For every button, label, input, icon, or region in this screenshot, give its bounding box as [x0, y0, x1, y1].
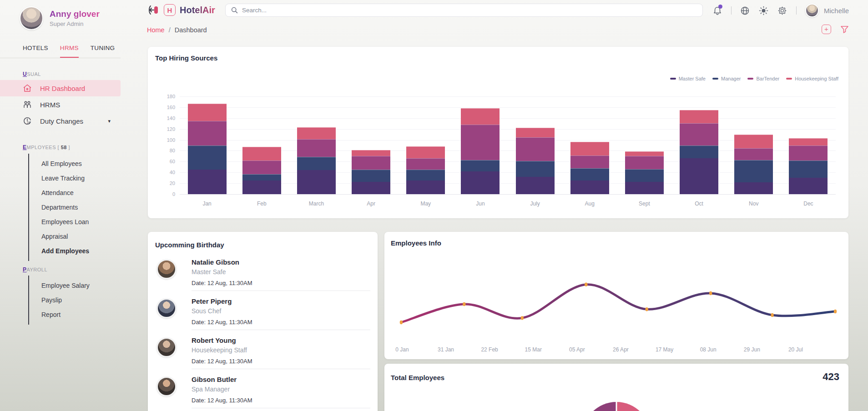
bar-segment-housekeeping-staff	[461, 108, 500, 125]
bar-segment-master-safe	[516, 177, 555, 194]
legend-item-master-safe[interactable]: Master Safe	[670, 76, 706, 81]
bar-segment-master-safe	[625, 182, 664, 194]
chevron-down-icon[interactable]: ▾	[108, 118, 111, 124]
x-axis-tick-label: 08 Jun	[700, 346, 717, 353]
topbar-icons: Michelle	[712, 4, 849, 17]
x-axis-tick-label: Oct	[695, 200, 703, 207]
sidebar-profile[interactable]: Anny glover Super Admin	[20, 6, 100, 30]
card-title: Employees Info	[391, 239, 441, 247]
data-point-marker[interactable]	[585, 283, 587, 286]
bar-segment-manager	[680, 145, 718, 159]
bar-segment-manager	[734, 160, 773, 182]
data-point-marker[interactable]	[521, 316, 524, 320]
x-axis-tick-label: Aug	[585, 200, 595, 207]
sidebar-item-employee-salary[interactable]: Employee Salary	[29, 278, 119, 293]
x-axis-tick-label: 05 Apr	[569, 346, 585, 353]
bar-aug[interactable]	[570, 142, 609, 194]
birthday-role: Sous Chef	[192, 307, 221, 315]
bar-march[interactable]	[297, 127, 336, 194]
settings-gear-icon[interactable]	[777, 5, 787, 15]
bar-segment-bartender	[297, 139, 336, 156]
bar-segment-bartender	[406, 158, 445, 170]
sidebar-item-hrms[interactable]: HRMS	[0, 96, 121, 113]
data-point-marker[interactable]	[834, 310, 837, 313]
bar-jan[interactable]	[188, 104, 227, 194]
sidebar-item-duty-changes[interactable]: 24Duty Changes▾	[0, 113, 121, 129]
bar-feb[interactable]	[242, 147, 281, 194]
sidebar-item-payslip[interactable]: Payslip	[29, 293, 119, 307]
bar-july[interactable]	[516, 128, 555, 194]
logo-mark: H	[164, 4, 176, 16]
topbar-divider	[796, 6, 797, 15]
logo-text: HotelAir	[180, 5, 215, 15]
legend-item-manager[interactable]: Manager	[712, 76, 741, 81]
bar-oct[interactable]	[680, 110, 718, 194]
sidebar-tab-tuning[interactable]: TUNING	[91, 45, 115, 58]
sidebar-item-appraisal[interactable]: Appraisal	[29, 229, 119, 244]
x-axis-tick-label: 0 Jan	[395, 346, 409, 353]
topbar: H HotelAir Michelle	[121, 0, 868, 20]
bar-segment-manager	[188, 145, 227, 170]
topbar-user-name: Michelle	[824, 7, 849, 15]
bar-segment-manager	[297, 157, 336, 170]
birthday-list-item[interactable]: Natalie GibsonMaster SafeDate: 12 Aug, 1…	[155, 256, 370, 295]
x-axis-tick-label: 15 Mar	[525, 346, 542, 353]
sidebar-item-attendance[interactable]: Attendance	[29, 185, 119, 200]
sidebar-item-add-employees[interactable]: Add Employees	[29, 244, 119, 258]
data-point-marker[interactable]	[771, 313, 773, 317]
globe-icon[interactable]	[740, 5, 750, 15]
breadcrumb-current: Dashboard	[175, 26, 207, 34]
sidebar-tab-hrms[interactable]: HRMS	[60, 45, 79, 58]
search-bar[interactable]	[225, 4, 703, 17]
filter-funnel-icon[interactable]	[840, 25, 849, 34]
sidebar-item-hr-dashboard[interactable]: HR Dashboard	[0, 80, 121, 96]
x-axis-tick-label: July	[530, 200, 540, 207]
birthday-list-item[interactable]: Peter PipergSous ChefDate: 12 Aug, 11:30…	[155, 295, 370, 334]
breadcrumb-home-link[interactable]: Home	[147, 26, 165, 34]
bar-segment-master-safe	[297, 170, 336, 194]
chart-legend: Master SafeManagerBarTenderHousekeeping …	[670, 76, 838, 81]
bar-segment-manager	[516, 161, 555, 177]
bar-jun[interactable]	[461, 108, 500, 194]
theme-sun-icon[interactable]	[759, 5, 769, 15]
bar-sept[interactable]	[625, 151, 664, 194]
sidebar-tab-hotels[interactable]: HOTELS	[23, 45, 48, 58]
birthday-list-item[interactable]: Gibson ButlerSpa ManagerDate: 12 Aug, 11…	[155, 373, 370, 411]
sidebar-item-employees-loan[interactable]: Employees Loan	[29, 215, 119, 229]
notification-badge	[718, 5, 722, 9]
sidebar-item-report[interactable]: Report	[29, 307, 119, 322]
gridline	[180, 118, 836, 119]
topbar-user[interactable]: Michelle	[805, 4, 849, 17]
search-input[interactable]	[242, 7, 697, 14]
gridline	[180, 194, 836, 195]
data-point-marker[interactable]	[463, 302, 465, 306]
y-axis-tick-label: 60	[160, 159, 175, 164]
sidebar-item-all-employees[interactable]: All Employees	[29, 156, 119, 171]
bar-may[interactable]	[406, 146, 445, 194]
birthday-role: Housekeeping Staff	[192, 346, 247, 354]
profile-role: Super Admin	[50, 20, 100, 27]
bar-segment-master-safe	[461, 171, 500, 194]
data-point-marker[interactable]	[400, 321, 403, 324]
bar-segment-housekeeping-staff	[789, 138, 828, 145]
add-widget-button[interactable]: +	[822, 25, 831, 34]
legend-item-housekeeping-staff[interactable]: Housekeeping Staff	[786, 76, 838, 81]
data-point-marker[interactable]	[646, 307, 648, 311]
bar-apr[interactable]	[352, 150, 390, 194]
y-axis-tick-label: 140	[160, 115, 175, 121]
x-axis-tick-label: 22 Feb	[481, 346, 498, 353]
birthday-list-item[interactable]: Robert YoungHousekeeping StaffDate: 12 A…	[155, 334, 370, 373]
x-axis-tick-label: May	[420, 200, 431, 207]
app-logo[interactable]: H HotelAir	[164, 4, 215, 16]
legend-item-bartender[interactable]: BarTender	[747, 76, 779, 81]
sidebar-item-label: HR Dashboard	[40, 85, 85, 92]
data-point-marker[interactable]	[709, 291, 712, 295]
bar-dec[interactable]	[789, 138, 828, 194]
gridline	[180, 96, 836, 97]
sidebar-collapse-icon[interactable]	[147, 5, 159, 15]
legend-label: Master Safe	[679, 76, 706, 81]
sidebar-item-leave-tracking[interactable]: Leave Tracking	[29, 171, 119, 185]
bar-nov[interactable]	[734, 135, 773, 194]
sidebar-item-departments[interactable]: Departments	[29, 200, 119, 215]
notification-bell-icon[interactable]	[712, 5, 722, 15]
